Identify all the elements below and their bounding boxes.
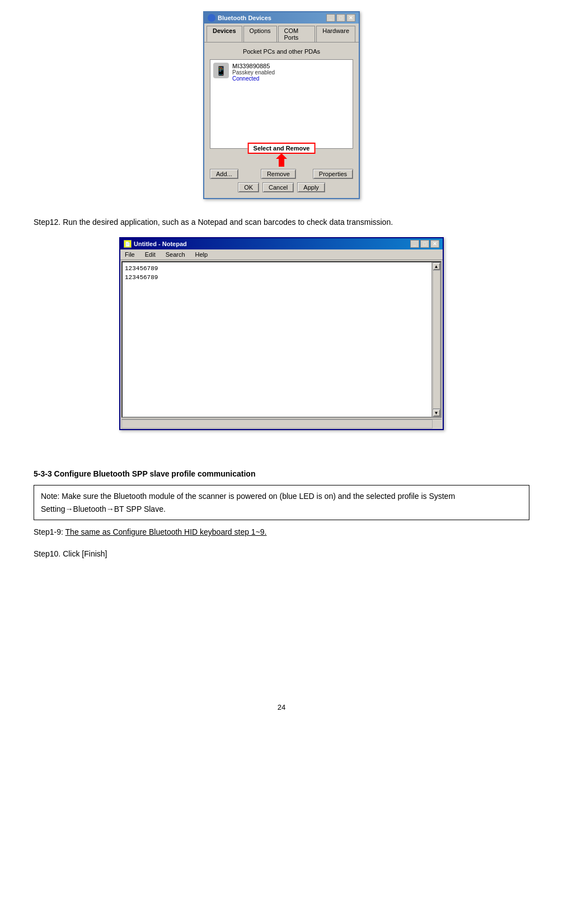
red-arrow — [210, 153, 353, 167]
notepad-menubar: File Edit Search Help — [120, 249, 443, 260]
device-item: 📱 MI339890885 Passkey enabled Connected — [213, 63, 350, 82]
page-number: 24 — [34, 703, 529, 711]
tab-options[interactable]: Options — [243, 26, 277, 42]
select-remove-label: Select and Remove — [248, 143, 316, 154]
titlebar-left: Bluetooth Devices — [208, 14, 271, 22]
menu-search[interactable]: Search — [163, 251, 187, 258]
close-button[interactable]: ✕ — [346, 14, 355, 22]
notepad-text-area[interactable]: 123456789 123456789 — [123, 262, 431, 417]
notepad-controls: _ □ ✕ — [410, 240, 439, 248]
spacer-1 — [34, 447, 529, 458]
note-text: Note: Make sure the Bluetooth module of … — [41, 492, 455, 513]
ok-button[interactable]: OK — [238, 182, 259, 192]
menu-edit[interactable]: Edit — [143, 251, 158, 258]
section-title: Pocket PCs and other PDAs — [210, 48, 353, 55]
cancel-button[interactable]: Cancel — [262, 182, 294, 192]
notepad-titlebar: 📄 Untitled - Notepad _ □ ✕ — [120, 238, 443, 249]
svg-marker-0 — [276, 153, 287, 167]
device-passkey: Passkey enabled — [232, 69, 275, 76]
scroll-up-button[interactable]: ▲ — [433, 262, 440, 270]
scrollbar-track — [433, 270, 440, 409]
notepad-titlebar-left: 📄 Untitled - Notepad — [124, 240, 187, 248]
notepad-window: 📄 Untitled - Notepad _ □ ✕ File Edit Sea… — [119, 237, 444, 430]
bluetooth-tabs: Devices Options COM Ports Hardware — [204, 23, 359, 43]
scrollbar-corner — [433, 419, 442, 428]
step12-text: Step12. Run the desired application, suc… — [34, 216, 529, 228]
bluetooth-title-icon — [208, 14, 215, 22]
notepad-line-1: 123456789 — [125, 265, 429, 273]
spacer-large — [34, 569, 529, 681]
notepad-title: Untitled - Notepad — [134, 241, 187, 247]
tab-com-ports[interactable]: COM Ports — [278, 26, 316, 42]
add-button[interactable]: Add... — [210, 169, 238, 179]
device-name: MI339890885 — [232, 63, 275, 69]
notepad-icon: 📄 — [124, 240, 132, 248]
bluetooth-content: Pocket PCs and other PDAs 📱 MI339890885 … — [204, 43, 359, 198]
step1-9-underlined: The same as Configure Bluetooth HID keyb… — [65, 527, 267, 536]
scroll-down-button[interactable]: ▼ — [433, 409, 440, 417]
section-533-heading: 5-3-3 Configure Bluetooth SPP slave prof… — [34, 469, 529, 478]
note-box: Note: Make sure the Bluetooth module of … — [34, 485, 529, 520]
maximize-button[interactable]: □ — [336, 14, 345, 22]
bluetooth-title-text: Bluetooth Devices — [218, 15, 271, 21]
notepad-maximize[interactable]: □ — [420, 240, 429, 248]
titlebar-controls: _ □ ✕ — [326, 14, 355, 22]
menu-file[interactable]: File — [123, 251, 137, 258]
bluetooth-titlebar: Bluetooth Devices _ □ ✕ — [204, 12, 359, 23]
button-row-1: Add... Remove Properties — [210, 169, 353, 179]
notepad-content: 123456789 123456789 ▲ ▼ — [121, 261, 442, 418]
menu-help[interactable]: Help — [193, 251, 210, 258]
notepad-close[interactable]: ✕ — [430, 240, 439, 248]
notepad-container: 📄 Untitled - Notepad _ □ ✕ File Edit Sea… — [34, 237, 529, 430]
remove-button[interactable]: Remove — [261, 169, 296, 179]
step1-9-text: Step1-9: The same as Configure Bluetooth… — [34, 526, 529, 538]
notepad-bottom-bar — [121, 419, 442, 428]
step10-text: Step10. Click [Finish] — [34, 548, 529, 560]
step1-9-prefix: Step1-9: — [34, 527, 65, 536]
properties-button[interactable]: Properties — [313, 169, 353, 179]
notepad-scrollbar-horizontal — [121, 419, 433, 428]
button-row-bottom: OK Cancel Apply — [210, 182, 353, 192]
notepad-scrollbar-vertical: ▲ ▼ — [431, 262, 440, 417]
bluetooth-dialog-container: Bluetooth Devices _ □ ✕ Devices Options … — [34, 11, 529, 199]
tab-hardware[interactable]: Hardware — [316, 26, 355, 42]
bluetooth-dialog: Bluetooth Devices _ □ ✕ Devices Options … — [203, 11, 360, 199]
apply-button[interactable]: Apply — [297, 182, 325, 192]
device-status: Connected — [232, 76, 275, 82]
minimize-button[interactable]: _ — [326, 14, 335, 22]
device-info: MI339890885 Passkey enabled Connected — [232, 63, 275, 82]
notepad-line-2: 123456789 — [125, 274, 429, 282]
notepad-minimize[interactable]: _ — [410, 240, 419, 248]
tab-devices[interactable]: Devices — [207, 26, 242, 42]
device-list: 📱 MI339890885 Passkey enabled Connected … — [210, 59, 353, 149]
device-icon: 📱 — [213, 63, 229, 78]
